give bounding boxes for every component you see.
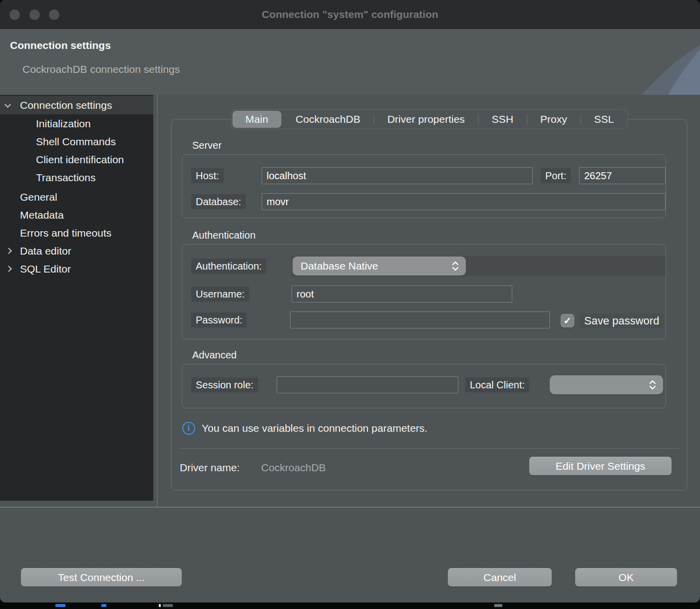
page-title: Connection settings bbox=[10, 39, 111, 51]
database-input[interactable] bbox=[262, 193, 666, 210]
tab-bar: Main CockroachDB Driver properties SSH P… bbox=[231, 109, 628, 129]
authentication-select[interactable]: Database Native bbox=[293, 257, 466, 276]
driver-name-value: CockroachDB bbox=[261, 462, 326, 474]
local-client-select[interactable] bbox=[550, 375, 663, 394]
desktop-fragment bbox=[159, 604, 161, 607]
save-password-checkbox[interactable]: ✓ bbox=[561, 314, 574, 327]
updown-chevron-icon bbox=[452, 261, 459, 272]
dialog-header: Connection settings CockroachDB connecti… bbox=[0, 29, 700, 95]
advanced-section-label: Advanced bbox=[192, 349, 237, 361]
server-group: Host: Port: Database: bbox=[182, 154, 666, 218]
host-input[interactable] bbox=[262, 167, 533, 184]
info-message: You can use variables in connection para… bbox=[202, 422, 427, 434]
tab-ssl[interactable]: SSL bbox=[581, 110, 628, 129]
sidebar-item-client-identification[interactable]: Client identification bbox=[0, 150, 153, 169]
sidebar-item-label: Connection settings bbox=[20, 99, 112, 111]
page-subtitle: CockroachDB connection settings bbox=[22, 63, 180, 75]
ok-button[interactable]: OK bbox=[575, 568, 677, 587]
sidebar-item-connection-settings[interactable]: Connection settings bbox=[0, 96, 153, 114]
database-label: Database: bbox=[191, 194, 246, 209]
sidebar-item-errors-and-timeouts[interactable]: Errors and timeouts bbox=[0, 224, 153, 242]
port-input[interactable] bbox=[579, 167, 666, 184]
chevron-right-icon bbox=[5, 266, 12, 272]
authentication-section-label: Authentication bbox=[192, 230, 256, 241]
sidebar-item-transactions[interactable]: Transactions bbox=[0, 168, 153, 187]
window-title: Connection "system" configuration bbox=[0, 0, 700, 29]
username-label: Username: bbox=[191, 287, 249, 302]
desktop-background bbox=[0, 603, 700, 609]
authentication-group: Authentication: Database Native Username… bbox=[182, 244, 666, 339]
title-bar: Connection "system" configuration bbox=[0, 0, 700, 29]
sidebar-item-initialization[interactable]: Initialization bbox=[0, 114, 153, 133]
sidebar-item-shell-commands[interactable]: Shell Commands bbox=[0, 132, 153, 151]
port-label: Port: bbox=[541, 168, 571, 183]
info-icon: i bbox=[182, 422, 195, 435]
connection-configuration-dialog: Connection "system" configuration Connec… bbox=[0, 0, 700, 603]
authentication-label: Authentication: bbox=[191, 259, 266, 274]
sidebar-item-data-editor[interactable]: Data editor bbox=[0, 242, 153, 260]
tab-main[interactable]: Main bbox=[233, 111, 282, 128]
edit-driver-settings-button[interactable]: Edit Driver Settings bbox=[529, 457, 672, 475]
desktop-fragment bbox=[163, 604, 173, 607]
settings-tree: Connection settings Initialization Shell… bbox=[0, 95, 153, 501]
driver-divider bbox=[180, 448, 679, 449]
desktop-fragment bbox=[494, 604, 502, 607]
chevron-down-icon bbox=[4, 101, 11, 108]
tab-proxy[interactable]: Proxy bbox=[527, 110, 581, 129]
tab-driver-properties[interactable]: Driver properties bbox=[374, 110, 478, 129]
driver-name-label: Driver name: bbox=[180, 462, 240, 474]
header-swoosh-decoration bbox=[465, 29, 700, 95]
username-input[interactable] bbox=[292, 286, 512, 303]
save-password-label: Save password bbox=[580, 313, 664, 328]
session-role-input[interactable] bbox=[277, 376, 458, 393]
test-connection-button[interactable]: Test Connection ... bbox=[21, 568, 182, 587]
server-section-label: Server bbox=[192, 140, 222, 151]
footer-divider bbox=[0, 507, 700, 508]
sidebar-item-metadata[interactable]: Metadata bbox=[0, 206, 153, 224]
desktop-fragment bbox=[55, 604, 65, 607]
session-role-label: Session role: bbox=[191, 377, 258, 392]
sidebar-item-sql-editor[interactable]: SQL Editor bbox=[0, 260, 153, 278]
password-input[interactable] bbox=[290, 311, 550, 328]
sidebar-sash[interactable] bbox=[157, 95, 158, 507]
sidebar-item-general[interactable]: General bbox=[0, 188, 153, 206]
updown-chevron-icon bbox=[649, 379, 656, 390]
password-label: Password: bbox=[191, 312, 247, 327]
desktop-fragment bbox=[101, 604, 106, 607]
tab-cockroachdb[interactable]: CockroachDB bbox=[282, 110, 374, 129]
host-label: Host: bbox=[191, 168, 224, 183]
advanced-group: Session role: Local Client: bbox=[182, 364, 666, 408]
local-client-label: Local Client: bbox=[465, 377, 529, 392]
cancel-button[interactable]: Cancel bbox=[448, 568, 552, 587]
chevron-right-icon bbox=[5, 248, 12, 254]
tab-ssh[interactable]: SSH bbox=[478, 110, 527, 129]
